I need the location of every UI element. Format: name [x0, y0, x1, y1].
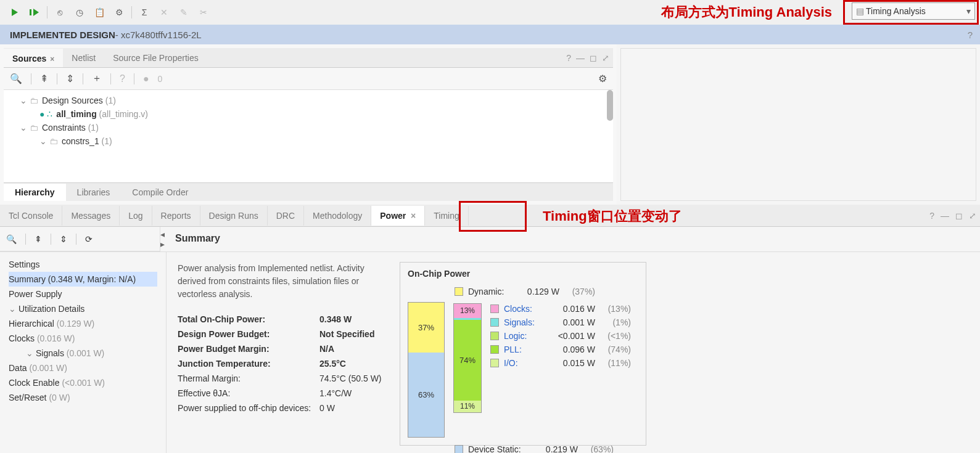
search-icon[interactable]: 🔍 [6, 234, 17, 244]
tree-node-all-timing[interactable]: ● ∴ all_timing (all_timing.v) [10, 107, 607, 121]
tab-netlist[interactable]: Netlist [63, 49, 104, 67]
close-icon[interactable]: × [411, 211, 416, 221]
tab-sources[interactable]: Sources× [4, 49, 63, 67]
legend-label[interactable]: Clocks: [504, 304, 547, 314]
minimize-icon[interactable]: — [576, 53, 585, 63]
pitem-utilization[interactable]: ⌄Utilization Details [9, 301, 157, 316]
minimize-icon[interactable]: — [941, 211, 949, 221]
legend-pct: (13%) [600, 304, 631, 314]
ltab-reports[interactable]: Reports [152, 206, 200, 226]
tree-label: Design Sources [42, 96, 103, 105]
power-tree[interactable]: Settings Summary (0.348 W, Margin: N/A) … [0, 252, 166, 453]
row-value: 0.348 W [319, 314, 352, 324]
maximize-icon[interactable]: ⤢ [969, 211, 976, 221]
refresh-icon[interactable]: ⟳ [85, 234, 93, 244]
row-value: 74.5°C (50.5 W) [319, 373, 382, 383]
btab-libraries[interactable]: Libraries [66, 184, 121, 201]
gear-icon[interactable]: ⚙ [598, 73, 607, 84]
sigma-icon[interactable]: Σ [134, 2, 154, 22]
cancel-icon[interactable]: ✕ [154, 2, 174, 22]
tree-node-design-sources[interactable]: ⌄ 🗀 Design Sources (1) [10, 94, 607, 107]
folder-icon: 🗀 [30, 96, 38, 105]
clock-icon[interactable]: ◷ [70, 2, 89, 22]
ltab-log[interactable]: Log [120, 206, 152, 226]
expand-icon[interactable]: ⇕ [60, 234, 67, 244]
caret-right-icon[interactable]: ⌄ [39, 136, 49, 146]
pitem-data[interactable]: Data (0.001 W) [9, 361, 157, 375]
row-value: 25.5°C [319, 359, 346, 369]
caret-down-icon[interactable]: ⌄ [20, 96, 30, 105]
ltab-tcl-console[interactable]: Tcl Console [0, 206, 62, 226]
pitem-value: (0 W) [49, 393, 70, 402]
ltab-drc[interactable]: DRC [268, 206, 304, 226]
tree-node-constraints[interactable]: ⌄ 🗀 Constraints (1) [10, 121, 607, 134]
collapse-icon[interactable]: ⇞ [40, 73, 48, 84]
folder-icon: 🗀 [30, 123, 38, 133]
clipboard-icon[interactable]: 📋 [89, 2, 109, 22]
btab-hierarchy[interactable]: Hierarchy [4, 184, 66, 201]
bar-seg-clocks: 13% [454, 304, 481, 318]
restore-icon[interactable]: ◻ [955, 211, 963, 221]
tree-label: Constraints [42, 123, 86, 133]
brush-icon[interactable]: ✎ [174, 2, 194, 22]
help-icon[interactable]: ? [929, 211, 934, 221]
legend-label: Device Static: [468, 444, 530, 453]
row-value: Not Specified [319, 329, 374, 339]
dynamic-legend: Clocks:0.016 W(13%) Signals:0.001 W(1%) … [490, 302, 631, 413]
add-icon[interactable]: ＋ [92, 72, 102, 85]
btab-compile-order[interactable]: Compile Order [121, 184, 199, 201]
scissors-icon[interactable]: ✂ [194, 2, 213, 22]
legend-label[interactable]: I/O: [504, 358, 547, 368]
pitem-clock-enable[interactable]: Clock Enable (<0.001 W) [9, 375, 157, 390]
legend-value: 0.015 W [552, 358, 595, 368]
tool-icon-1[interactable]: ⎋ [50, 2, 70, 22]
pitem-set-reset[interactable]: Set/Reset (0 W) [9, 390, 157, 405]
separator [25, 234, 26, 245]
power-body: Settings Summary (0.348 W, Margin: N/A) … [0, 252, 980, 453]
pitem-value: (0.016 W) [37, 333, 75, 343]
bar-seg-pll: 74% [454, 320, 481, 400]
restore-icon[interactable]: ◻ [590, 53, 597, 63]
tab-source-file-properties[interactable]: Source File Properties [104, 49, 207, 67]
ltab-messages[interactable]: Messages [62, 206, 120, 226]
ltab-power[interactable]: Power × [371, 206, 425, 226]
search-icon[interactable]: 🔍 [10, 73, 22, 84]
tree-node-constrs1[interactable]: ⌄ 🗀 constrs_1 (1) [10, 134, 607, 148]
dynamic-breakdown: 13% 74% 11% Clocks:0.016 W(13%) Signals:… [453, 302, 631, 413]
annotation-layout: 布局方式为Timing Analysis [661, 3, 833, 22]
main-area: Sources× Netlist Source File Properties … [0, 44, 980, 205]
scrollbar-thumb[interactable] [607, 90, 613, 121]
layout-dropdown[interactable]: ▤ Timing Analysis [852, 2, 975, 20]
ltab-design-runs[interactable]: Design Runs [200, 206, 268, 226]
close-icon[interactable]: × [50, 55, 54, 63]
pitem-settings[interactable]: Settings [9, 257, 157, 272]
tree-label: constrs_1 [62, 136, 99, 146]
caret-down-icon[interactable]: ⌄ [26, 348, 33, 358]
legend-label[interactable]: PLL: [504, 345, 547, 354]
expand-icon[interactable]: ⇕ [66, 73, 74, 84]
swatch-static [455, 445, 463, 453]
pitem-signals[interactable]: ⌄Signals (0.001 W) [9, 346, 157, 361]
swatch [490, 359, 499, 367]
pitem-hierarchical[interactable]: Hierarchical (0.129 W) [9, 316, 157, 331]
pitem-clocks[interactable]: Clocks (0.016 W) [9, 331, 157, 346]
gear-icon[interactable]: ⚙ [109, 2, 129, 22]
help-icon[interactable]: ? [968, 30, 973, 40]
run-icon[interactable] [5, 2, 25, 22]
ltab-methodology[interactable]: Methodology [304, 206, 371, 226]
collapse-icon[interactable]: ⇞ [35, 234, 42, 244]
pitem-power-supply[interactable]: Power Supply [9, 287, 157, 301]
pitem-summary[interactable]: Summary (0.348 W, Margin: N/A) [9, 272, 157, 287]
legend-label[interactable]: Signals: [504, 317, 547, 327]
step-icon[interactable] [25, 2, 44, 22]
legend-label[interactable]: Logic: [504, 331, 547, 341]
maximize-icon[interactable]: ⤢ [602, 53, 609, 63]
caret-down-icon[interactable]: ⌄ [20, 123, 30, 133]
collapse-handle[interactable]: ◂▸ [160, 227, 167, 251]
sources-tab-row: Sources× Netlist Source File Properties … [4, 48, 613, 68]
sources-tree[interactable]: ⌄ 🗀 Design Sources (1) ● ∴ all_timing (a… [4, 90, 613, 182]
caret-down-icon[interactable]: ⌄ [9, 304, 16, 314]
help-icon[interactable]: ? [120, 73, 125, 84]
power-sidebar: Settings Summary (0.348 W, Margin: N/A) … [0, 252, 167, 453]
help-icon[interactable]: ? [566, 53, 571, 63]
